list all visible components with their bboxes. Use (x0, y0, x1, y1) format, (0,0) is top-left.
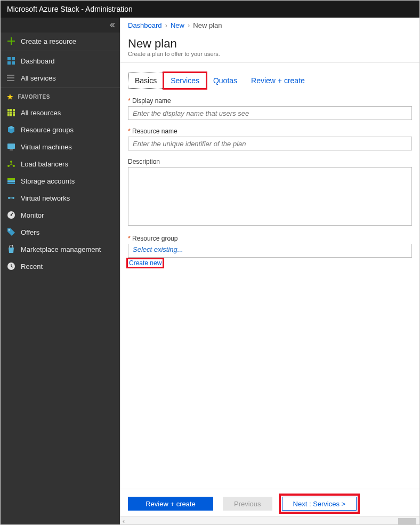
sidebar-item-marketplace[interactable]: Marketplace management (1, 241, 120, 258)
description-input[interactable] (128, 167, 412, 226)
breadcrumb-link[interactable]: New (171, 21, 184, 29)
svg-point-18 (10, 161, 12, 163)
page-subtitle: Create a plan to offer to your users. (128, 51, 412, 57)
breadcrumb: Dashboard › New › New plan (120, 18, 419, 34)
resource-name-label: Resource name (128, 128, 412, 135)
sidebar-create-resource[interactable]: Create a resource (1, 33, 120, 50)
svg-rect-0 (7, 57, 11, 60)
svg-rect-14 (10, 114, 12, 116)
horizontal-scrollbar[interactable]: ‹ (120, 516, 419, 525)
field-resource-group: Resource group Select existing... Create… (128, 235, 412, 267)
tab-basics[interactable]: Basics (128, 73, 164, 89)
dashboard-icon (7, 57, 15, 65)
sidebar-item-label: Marketplace management (21, 245, 101, 253)
create-new-link[interactable]: Create new (128, 259, 163, 267)
review-create-button[interactable]: Review + create (128, 497, 213, 511)
sidebar-item-virtual-machines[interactable]: Virtual machines (1, 138, 120, 155)
svg-point-28 (9, 229, 10, 230)
sidebar-item-label: Load balancers (21, 160, 68, 168)
svg-point-25 (12, 197, 14, 199)
sidebar-item-label: Monitor (21, 211, 44, 219)
tag-icon (7, 228, 15, 236)
chevron-right-icon: › (188, 21, 190, 29)
svg-rect-21 (7, 178, 15, 180)
sidebar-item-all-resources[interactable]: All resources (1, 104, 120, 121)
bag-icon (7, 245, 15, 253)
next-highlight: Next : Services > (282, 497, 357, 511)
display-name-input[interactable] (128, 106, 412, 120)
load-balancer-icon (7, 160, 15, 168)
sidebar-item-label: Create a resource (21, 37, 76, 45)
tab-bar: Basics Services Quotas Review + create (128, 73, 412, 89)
resource-name-input[interactable] (128, 137, 412, 150)
field-display-name: Display name (128, 97, 412, 120)
sidebar-item-monitor[interactable]: Monitor (1, 206, 120, 224)
favorites-header: ★ FAVORITES (1, 89, 120, 104)
tab-services[interactable]: Services (164, 73, 206, 89)
chevron-right-icon: › (165, 21, 167, 29)
divider (1, 88, 120, 88)
page-title: New plan (128, 37, 412, 51)
sidebar-item-virtual-networks[interactable]: Virtual networks (1, 189, 120, 206)
sidebar-item-label: Resource groups (21, 126, 74, 134)
svg-rect-7 (7, 109, 10, 111)
sidebar-item-offers[interactable]: Offers (1, 224, 120, 241)
footer-buttons: Review + create Previous Next : Services… (120, 489, 419, 516)
vm-icon (7, 142, 15, 151)
svg-rect-22 (7, 180, 15, 182)
sidebar-item-recent[interactable]: Recent (1, 258, 120, 275)
sidebar-item-label: Virtual networks (21, 194, 70, 202)
svg-rect-16 (7, 144, 15, 149)
collapse-sidebar-button[interactable] (1, 18, 120, 33)
sidebar-item-storage-accounts[interactable]: Storage accounts (1, 172, 120, 189)
field-resource-name: Resource name (128, 128, 412, 150)
svg-rect-23 (7, 182, 15, 184)
page-header: New plan Create a plan to offer to your … (120, 34, 419, 63)
svg-rect-3 (12, 61, 15, 65)
sidebar-item-resource-groups[interactable]: Resource groups (1, 121, 120, 138)
divider (1, 51, 120, 51)
next-services-button[interactable]: Next : Services > (282, 497, 357, 511)
clock-icon (7, 262, 15, 271)
svg-rect-2 (7, 61, 11, 65)
scroll-thumb[interactable] (398, 518, 416, 524)
svg-rect-12 (13, 112, 15, 114)
svg-rect-15 (13, 114, 15, 116)
svg-point-5 (7, 77, 8, 78)
svg-rect-17 (10, 149, 13, 150)
app-title: Microsoft Azure Stack - Administration (7, 5, 133, 13)
sidebar-dashboard[interactable]: Dashboard (1, 52, 120, 69)
resource-group-select[interactable]: Select existing... (128, 244, 412, 258)
scroll-left-icon[interactable]: ‹ (123, 518, 125, 525)
svg-rect-1 (12, 57, 15, 60)
tab-review-create[interactable]: Review + create (244, 73, 312, 89)
sidebar-all-services[interactable]: All services (1, 69, 120, 86)
star-icon: ★ (7, 93, 14, 101)
form-area: Basics Services Quotas Review + create D… (120, 63, 419, 525)
svg-point-27 (11, 214, 12, 216)
favorites-label: FAVORITES (18, 94, 50, 100)
breadcrumb-current: New plan (193, 21, 222, 29)
breadcrumb-link[interactable]: Dashboard (128, 21, 162, 29)
tab-quotas[interactable]: Quotas (206, 73, 244, 89)
sidebar-item-label: Storage accounts (21, 177, 75, 185)
sidebar-item-load-balancers[interactable]: Load balancers (1, 155, 120, 172)
svg-rect-10 (7, 112, 10, 114)
svg-point-24 (8, 197, 10, 199)
svg-rect-11 (10, 112, 12, 114)
svg-rect-8 (10, 109, 12, 111)
storage-icon (7, 177, 15, 185)
grid-icon (7, 108, 15, 117)
chevron-double-left-icon (109, 22, 116, 28)
svg-point-4 (7, 75, 8, 76)
network-icon (7, 194, 15, 202)
sidebar-item-label: Offers (21, 228, 39, 236)
sidebar-item-label: Dashboard (21, 57, 55, 65)
list-icon (7, 74, 15, 82)
sidebar-item-label: All services (21, 74, 56, 82)
content-pane: Dashboard › New › New plan New plan Crea… (120, 18, 419, 525)
resource-group-label: Resource group (128, 235, 412, 242)
sidebar-item-label: Virtual machines (21, 143, 72, 151)
svg-rect-13 (7, 114, 10, 116)
top-bar: Microsoft Azure Stack - Administration (1, 1, 419, 18)
